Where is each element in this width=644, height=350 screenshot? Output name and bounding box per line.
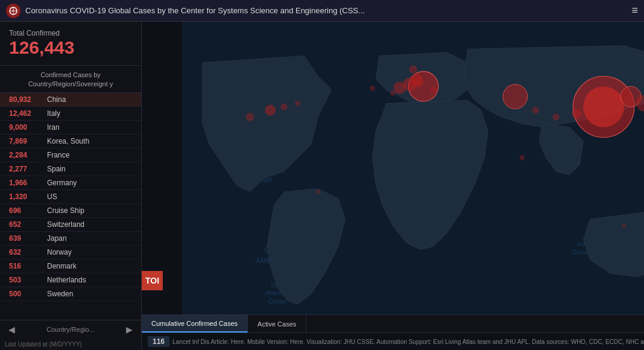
map-area: NORTH AMERICA North Atlantic Ocean EUROP… xyxy=(142,22,644,350)
sidebar-next-btn[interactable]: ▶ xyxy=(122,323,136,336)
country-count: 696 xyxy=(9,206,42,215)
country-count: 7,869 xyxy=(9,137,42,145)
country-count: 2,284 xyxy=(9,151,42,159)
svg-point-40 xyxy=(316,190,320,194)
country-name: France xyxy=(47,151,69,159)
last-updated: Last Updated at (M/D/YYYY) xyxy=(0,339,141,350)
svg-point-39 xyxy=(295,101,300,106)
country-count: 500 xyxy=(9,290,42,298)
svg-point-29 xyxy=(246,113,254,121)
total-confirmed-number: 126,443 xyxy=(9,37,132,58)
app-header: Coronavirus COVID-19 Global Cases by the… xyxy=(0,0,644,22)
svg-point-22 xyxy=(503,84,528,109)
bottom-text: Lancet Inf Dis Article: Here. Mobile Ver… xyxy=(172,339,644,345)
left-sidebar: Total Confirmed 126,443 Confirmed Cases … xyxy=(0,22,142,350)
country-list-item[interactable]: 12,462Italy xyxy=(0,107,141,121)
map-container: NORTH AMERICA North Atlantic Ocean EUROP… xyxy=(142,22,644,314)
country-name: Cruise Ship xyxy=(47,206,84,215)
bottom-number: 116 xyxy=(148,336,169,347)
svg-point-32 xyxy=(409,65,417,74)
country-list-item[interactable]: 503Netherlands xyxy=(0,273,141,287)
country-list-item[interactable]: 1,320US xyxy=(0,190,141,204)
svg-point-20 xyxy=(583,86,624,127)
svg-point-42 xyxy=(622,224,627,228)
toi-badge: TOI xyxy=(142,271,163,290)
country-list-item[interactable]: 2,277Spain xyxy=(0,162,141,176)
country-count: 639 xyxy=(9,234,42,243)
map-tabs: Cumulative Confirmed CasesActive Cases xyxy=(142,314,644,332)
menu-icon[interactable]: ≡ xyxy=(631,4,638,17)
country-name: Norway xyxy=(47,248,72,256)
country-list-item[interactable]: 80,932China xyxy=(0,93,141,107)
country-name: US xyxy=(47,192,57,201)
country-list-item[interactable]: 1,966Germany xyxy=(0,176,141,190)
svg-point-30 xyxy=(280,103,287,110)
country-count: 503 xyxy=(9,276,42,284)
svg-point-34 xyxy=(552,113,559,120)
country-count: 632 xyxy=(9,248,42,256)
country-list-header: Confirmed Cases by Country/Region/Sovere… xyxy=(0,66,141,93)
country-list-item[interactable]: 639Japan xyxy=(0,232,141,246)
country-name: Denmark xyxy=(47,262,77,270)
country-name: China xyxy=(47,95,66,104)
country-name: Netherlands xyxy=(47,276,86,284)
page-title: Coronavirus COVID-19 Global Cases by the… xyxy=(25,6,631,15)
total-confirmed-box: Total Confirmed 126,443 xyxy=(0,22,141,66)
app-logo xyxy=(6,4,21,18)
country-count: 80,932 xyxy=(9,95,42,104)
country-name: Korea, South xyxy=(47,137,89,145)
svg-point-26 xyxy=(394,81,406,94)
country-name: Iran xyxy=(47,123,60,132)
sidebar-nav: ◀ Country/Regio... ▶ xyxy=(0,320,141,339)
sidebar-nav-label: Country/Regio... xyxy=(19,326,122,333)
svg-point-28 xyxy=(265,105,276,116)
country-name: Japan xyxy=(47,234,67,243)
country-list-item[interactable]: 9,000Iran xyxy=(0,121,141,135)
svg-point-31 xyxy=(414,77,423,87)
country-list-item[interactable]: 516Denmark xyxy=(0,259,141,273)
country-name: Sweden xyxy=(47,290,73,298)
total-confirmed-label: Total Confirmed xyxy=(9,29,132,37)
country-list-item[interactable]: 500Sweden xyxy=(0,287,141,301)
map-tab[interactable]: Cumulative Confirmed Cases xyxy=(142,315,248,332)
svg-point-35 xyxy=(572,109,581,118)
country-list: 80,932China12,462Italy9,000Iran7,869Kore… xyxy=(0,93,141,320)
main-content: Total Confirmed 126,443 Confirmed Cases … xyxy=(0,22,644,350)
country-count: 652 xyxy=(9,220,42,229)
country-name: Spain xyxy=(47,165,66,173)
svg-text:Ocean: Ocean xyxy=(268,298,286,305)
country-list-item[interactable]: 696Cruise Ship xyxy=(0,204,141,218)
country-list-item[interactable]: 652Switzerland xyxy=(0,218,141,232)
svg-point-37 xyxy=(390,91,396,96)
bottom-bar: 116 Lancet Inf Dis Article: Here. Mobile… xyxy=(142,332,644,350)
country-count: 516 xyxy=(9,262,42,270)
map-tab[interactable]: Active Cases xyxy=(248,315,306,332)
country-name: Germany xyxy=(47,179,77,187)
country-list-item[interactable]: 632Norway xyxy=(0,246,141,259)
svg-point-41 xyxy=(519,155,525,161)
world-map: NORTH AMERICA North Atlantic Ocean EUROP… xyxy=(142,22,644,314)
sidebar-prev-btn[interactable]: ◀ xyxy=(5,323,19,336)
country-name: Switzerland xyxy=(47,220,84,229)
country-count: 2,277 xyxy=(9,165,42,173)
svg-point-38 xyxy=(370,86,375,91)
country-name: Italy xyxy=(47,109,60,118)
country-count: 9,000 xyxy=(9,123,42,132)
country-list-item[interactable]: 2,284France xyxy=(0,148,141,162)
svg-point-33 xyxy=(532,107,539,113)
svg-point-36 xyxy=(430,86,437,93)
country-count: 12,462 xyxy=(9,109,42,118)
country-count: 1,320 xyxy=(9,192,42,201)
country-count: 1,966 xyxy=(9,179,42,187)
country-list-item[interactable]: 7,869Korea, South xyxy=(0,135,141,148)
